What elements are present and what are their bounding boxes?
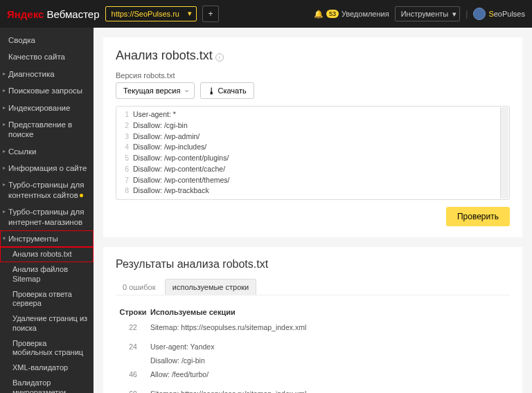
site-selector[interactable]: https://SeoPulses.ru	[105, 6, 197, 21]
add-site-button[interactable]: +	[202, 6, 219, 22]
results-title: Результаты анализа robots.txt	[116, 258, 510, 271]
notifications[interactable]: 🔔 53 Уведомления	[314, 10, 389, 19]
sidebar-item-summary[interactable]: Сводка	[0, 32, 94, 48]
table-row: 46Allow: /feed/turbo/	[116, 367, 510, 381]
notification-badge: 53	[326, 10, 339, 18]
logo[interactable]: Яндекс Вебмастер	[7, 8, 100, 20]
robots-textarea[interactable]: 1User-agent: * 2Disallow: /cgi-bin 3Disa…	[116, 106, 510, 200]
sidebar-item-quality[interactable]: Качество сайта	[0, 48, 94, 65]
sidebar-item-siteinfo[interactable]: Информация о сайте	[0, 160, 94, 176]
page-title: Анализ robots.txti	[116, 48, 510, 63]
download-icon: ⭳	[208, 86, 215, 95]
bell-icon: 🔔	[314, 10, 323, 19]
avatar	[473, 8, 486, 20]
sidebar-item-tools[interactable]: Инструменты	[0, 230, 94, 247]
topbar: Яндекс Вебмастер https://SeoPulses.ru + …	[0, 0, 532, 28]
results-table: СтрокиИспользуемые секции 22Sitemap: htt…	[116, 304, 510, 393]
sidebar: Сводка Качество сайта Диагностика Поиско…	[0, 28, 94, 393]
tools-dropdown[interactable]: Инструменты	[395, 6, 461, 21]
sidebar-sub-remove[interactable]: Удаление страниц из поиска	[0, 311, 94, 336]
user-menu[interactable]: SeoPulses	[473, 8, 525, 20]
version-label: Версия robots.txt	[116, 71, 510, 80]
check-button[interactable]: Проверить	[446, 207, 510, 226]
scrollbar[interactable]	[500, 107, 508, 199]
sidebar-item-indexing[interactable]: Индексирование	[0, 100, 94, 116]
notifications-label: Уведомления	[342, 10, 389, 18]
table-row: Disallow: /cgi-bin	[116, 354, 510, 367]
sidebar-item-diagnostics[interactable]: Диагностика	[0, 66, 94, 82]
sidebar-item-links[interactable]: Ссылки	[0, 143, 94, 160]
sidebar-sub-micro[interactable]: Валидатор микроразметки	[0, 376, 94, 393]
sidebar-item-presence[interactable]: Представление в поиске	[0, 116, 94, 143]
sidebar-item-turbo-content[interactable]: Турбо-страницы для контентных сайтов	[0, 176, 94, 203]
table-row: 69Sitemap: https://seopulses.ru/sitemap_…	[116, 387, 510, 393]
sidebar-sub-mobile[interactable]: Проверка мобильных страниц	[0, 336, 94, 361]
dot-icon	[80, 194, 83, 197]
download-button[interactable]: ⭳ Скачать	[200, 82, 254, 99]
sidebar-item-turbo-shops[interactable]: Турбо-страницы для интернет-магазинов	[0, 203, 94, 230]
info-icon[interactable]: i	[215, 53, 224, 62]
col-lines: Строки	[116, 308, 150, 316]
sidebar-sub-server[interactable]: Проверка ответа сервера	[0, 287, 94, 312]
tab-used-lines[interactable]: используемые строки	[165, 279, 256, 295]
table-row: 24User-agent: Yandex	[116, 340, 510, 354]
content: Анализ robots.txti Версия robots.txt Тек…	[94, 28, 532, 393]
sidebar-sub-robots[interactable]: Анализ robots.txt	[0, 247, 94, 262]
table-row: 22Sitemap: https://seopulses.ru/sitemap_…	[116, 320, 510, 334]
sidebar-sub-xml[interactable]: XML-валидатор	[0, 360, 94, 376]
tab-errors[interactable]: 0 ошибок	[116, 280, 163, 295]
sidebar-item-queries[interactable]: Поисковые запросы	[0, 82, 94, 99]
version-dropdown[interactable]: Текущая версия	[116, 82, 195, 99]
panel-robots: Анализ robots.txti Версия robots.txt Тек…	[103, 37, 522, 237]
result-tabs: 0 ошибок используемые строки	[116, 279, 510, 295]
col-sections: Используемые секции	[150, 308, 510, 316]
panel-results: Результаты анализа robots.txt 0 ошибок и…	[103, 247, 522, 393]
sidebar-sub-sitemap[interactable]: Анализ файлов Sitemap	[0, 262, 94, 287]
